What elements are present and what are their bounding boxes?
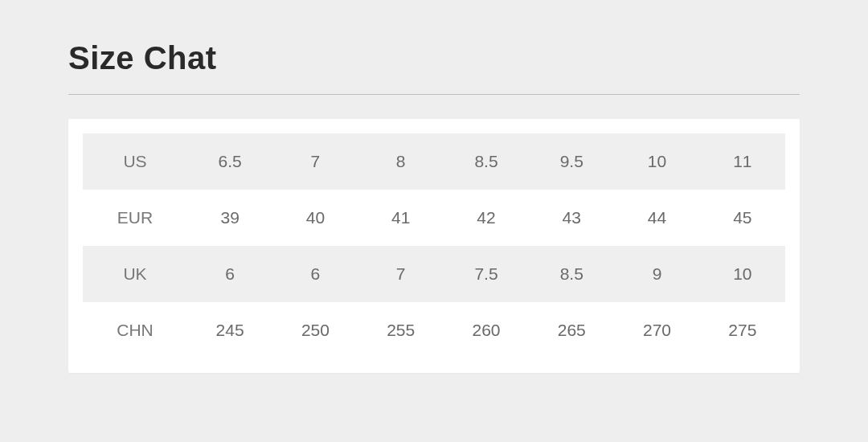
cell: 9.5 xyxy=(529,133,614,190)
cell: 42 xyxy=(444,190,529,246)
cell: 10 xyxy=(614,133,699,190)
cell: 7.5 xyxy=(444,246,529,302)
cell: 39 xyxy=(187,190,272,246)
cell: 45 xyxy=(700,190,785,246)
cell: 44 xyxy=(614,190,699,246)
table-row: CHN 245 250 255 260 265 270 275 xyxy=(83,302,785,358)
cell: 9 xyxy=(614,246,699,302)
cell: 11 xyxy=(700,133,785,190)
cell: 275 xyxy=(700,302,785,358)
table-row: UK 6 6 7 7.5 8.5 9 10 xyxy=(83,246,785,302)
cell: 245 xyxy=(187,302,272,358)
cell: 8.5 xyxy=(529,246,614,302)
cell: 250 xyxy=(272,302,358,358)
row-label: EUR xyxy=(83,190,187,246)
cell: 8.5 xyxy=(444,133,529,190)
table-row: EUR 39 40 41 42 43 44 45 xyxy=(83,190,785,246)
cell: 260 xyxy=(444,302,529,358)
page-title: Size Chat xyxy=(68,40,800,76)
size-chart-container: US 6.5 7 8 8.5 9.5 10 11 EUR 39 40 41 42… xyxy=(68,119,800,373)
row-label: UK xyxy=(83,246,187,302)
cell: 6 xyxy=(187,246,272,302)
row-label: US xyxy=(83,133,187,190)
table-row: US 6.5 7 8 8.5 9.5 10 11 xyxy=(83,133,785,190)
cell: 10 xyxy=(700,246,785,302)
cell: 6.5 xyxy=(187,133,272,190)
cell: 265 xyxy=(529,302,614,358)
row-label: CHN xyxy=(83,302,187,358)
cell: 7 xyxy=(272,133,358,190)
cell: 41 xyxy=(358,190,444,246)
cell: 43 xyxy=(529,190,614,246)
cell: 40 xyxy=(272,190,358,246)
cell: 7 xyxy=(358,246,444,302)
cell: 8 xyxy=(358,133,444,190)
cell: 270 xyxy=(614,302,699,358)
title-divider xyxy=(68,94,800,95)
cell: 6 xyxy=(272,246,358,302)
cell: 255 xyxy=(358,302,444,358)
size-chart-table: US 6.5 7 8 8.5 9.5 10 11 EUR 39 40 41 42… xyxy=(83,133,785,358)
